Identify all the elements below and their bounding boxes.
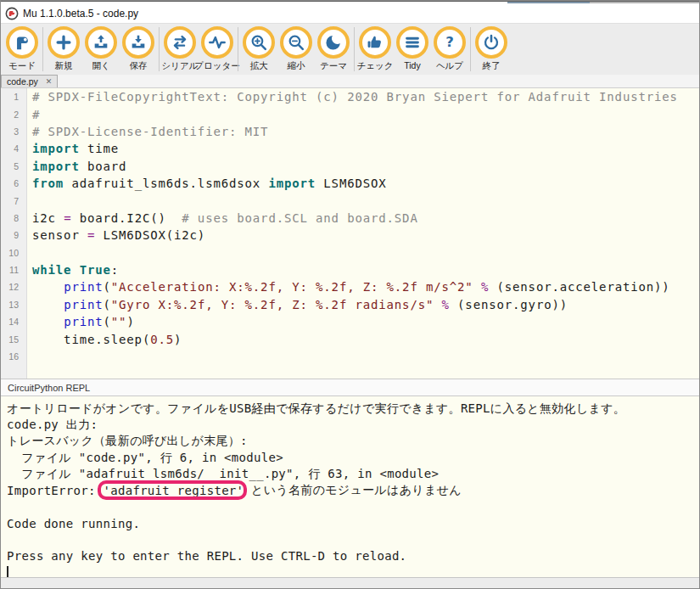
code-token: 0.5 — [150, 333, 174, 346]
toolbar-button-label: 終了 — [483, 60, 501, 72]
toolbar-button-mode-flag[interactable]: モード — [3, 26, 41, 72]
code-text: # — [26, 108, 40, 121]
toolbar-button-label: Tidy — [404, 60, 420, 70]
code-line: 10 — [1, 244, 699, 261]
line-number: 13 — [1, 300, 26, 310]
toolbar-button-label: 新規 — [55, 60, 73, 72]
toolbar-button-save-download[interactable]: 保存 — [120, 26, 157, 72]
line-number: 8 — [1, 213, 26, 223]
toolbar-button-plotter-pulse[interactable]: プロッター — [199, 26, 236, 72]
code-token — [434, 298, 441, 311]
mu-editor-window: Mu 1.1.0.beta.5 - code.py モード新規開く保存シリアルプ… — [0, 0, 700, 589]
code-token: ) — [126, 315, 134, 328]
code-line: 6from adafruit_lsm6ds.lsm6dsox import LS… — [1, 175, 699, 192]
repl-line: Press any key to enter the REPL. Use CTR… — [7, 548, 699, 564]
toolbar-button-zoom-in[interactable]: 拡大 — [240, 26, 277, 72]
toolbar-separator — [354, 27, 355, 71]
repl-text: Press any key to enter the REPL. Use CTR… — [7, 549, 406, 563]
highlight-annotation: 'adafruit_register' — [103, 484, 244, 497]
repl-line: オートリロードがオンです。ファイルをUSB経由で保存するだけで実行できます。RE… — [7, 401, 699, 417]
code-text: # SPDX-FileCopyrightText: Copyright (c) … — [26, 90, 678, 104]
serial-swap-arrows-icon — [164, 26, 196, 59]
repl-line: トレースバック（最新の呼び出しが末尾）: — [7, 434, 699, 450]
zoom-out-icon — [280, 26, 312, 59]
code-token: % — [442, 298, 450, 311]
svg-text:?: ? — [445, 34, 454, 50]
code-text: i2c = board.I2C() # uses board.SCL and b… — [26, 211, 418, 225]
tab-code-py[interactable]: code.py ✕ — [1, 75, 58, 87]
code-editor[interactable]: 1# SPDX-FileCopyrightText: Copyright (c)… — [1, 88, 699, 379]
code-token: LSM6DSOX(i2c) — [95, 228, 205, 242]
toolbar-button-theme-moon[interactable]: テーマ — [315, 26, 352, 72]
toolbar-group: モード — [3, 26, 41, 72]
toolbar-button-help-question[interactable]: ?ヘルプ — [431, 26, 468, 72]
close-icon[interactable]: ✕ — [46, 78, 53, 86]
tidy-menu-bars-icon — [396, 26, 428, 59]
code-token: LSM6DSOX — [316, 177, 387, 190]
code-token: time.sleep( — [32, 333, 150, 346]
repl-text: ファイル "adafruit_lsm6ds/__init__.py", 行 63… — [7, 467, 439, 482]
code-token: = — [64, 211, 71, 225]
code-token: from — [32, 177, 64, 190]
toolbar-separator — [159, 27, 160, 71]
repl-line: ImportError: 'adafruit_register' という名前のモ… — [7, 482, 699, 498]
code-token: time — [80, 142, 119, 155]
open-upload-icon — [85, 26, 117, 59]
line-number: 1 — [1, 92, 26, 102]
toolbar-button-quit-power[interactable]: 終了 — [473, 26, 510, 72]
repl-text: ImportError: — [7, 484, 103, 497]
code-line: 4import time — [1, 140, 699, 157]
toolbar-button-label: プロッター — [194, 60, 239, 72]
code-text: print("") — [26, 315, 135, 328]
code-text: print("Acceleration: X:%.2f, Y: %.2f, Z:… — [26, 280, 670, 294]
toolbar-button-tidy-menu-bars[interactable]: Tidy — [394, 26, 431, 72]
mu-logo-icon — [5, 7, 19, 20]
code-token: True — [80, 263, 111, 277]
check-thumbs-up-icon — [359, 26, 391, 59]
code-token: import — [32, 142, 80, 155]
code-line: 9sensor = LSM6DSOX(i2c) — [1, 227, 699, 244]
code-line: 7 — [1, 192, 699, 209]
toolbar-button-serial-swap-arrows[interactable]: シリアル — [161, 26, 199, 72]
repl-line: code.py 出力: — [7, 417, 699, 433]
repl-text: という名前のモジュールはありません — [244, 483, 461, 498]
code-token: "Acceleration: X:%.2f, Y: %.2f, Z: %.2f … — [111, 280, 473, 294]
toolbar-button-label: ヘルプ — [436, 60, 463, 72]
toolbar-button-label: 開く — [92, 60, 109, 72]
line-number: 15 — [1, 334, 26, 345]
code-token: ( — [104, 298, 111, 311]
code-token: adafruit_lsm6ds.lsm6dsox — [64, 177, 268, 190]
repl-pane-header: CircuitPython REPL — [1, 379, 699, 396]
repl-text: ファイル "code.py", 行 6, in <module> — [7, 451, 283, 466]
line-number: 9 — [1, 230, 26, 240]
code-token: i2c — [32, 211, 64, 225]
window-title: Mu 1.1.0.beta.5 - code.py — [23, 8, 138, 20]
toolbar-group: チェックTidy?ヘルプ — [356, 26, 468, 72]
line-number: 7 — [1, 196, 26, 206]
code-token: ) — [174, 333, 182, 346]
code-token: # SPDX-License-Identifier: MIT — [32, 125, 268, 138]
toolbar-button-open-upload[interactable]: 開く — [82, 26, 120, 72]
code-text: import time — [26, 142, 119, 155]
code-token: ( — [104, 315, 111, 328]
code-token: print — [64, 315, 103, 328]
code-token — [473, 280, 481, 294]
code-line: 8i2c = board.I2C() # uses board.SCL and … — [1, 210, 699, 227]
toolbar-button-new-plus[interactable]: 新規 — [45, 26, 82, 72]
code-text: time.sleep(0.5) — [26, 333, 182, 346]
code-token: : — [111, 263, 119, 277]
code-token — [32, 298, 64, 311]
line-number: 14 — [1, 317, 26, 327]
repl-line — [7, 499, 699, 515]
code-token: (sensor.gyro)) — [450, 298, 568, 311]
code-token: sensor — [32, 228, 87, 242]
toolbar-button-zoom-out[interactable]: 縮小 — [277, 26, 315, 72]
circuitpython-repl[interactable]: オートリロードがオンです。ファイルをUSB経由で保存するだけで実行できます。RE… — [1, 396, 699, 577]
line-number: 10 — [1, 248, 26, 258]
toolbar-button-check-thumbs-up[interactable]: チェック — [356, 26, 394, 72]
save-download-icon — [122, 26, 154, 59]
repl-line — [7, 531, 699, 547]
code-text: print("Gyro X:%.2f, Y: %.2f, Z: %.2f rad… — [26, 298, 568, 311]
code-token — [71, 263, 79, 277]
code-line: 3# SPDX-License-Identifier: MIT — [1, 123, 699, 140]
